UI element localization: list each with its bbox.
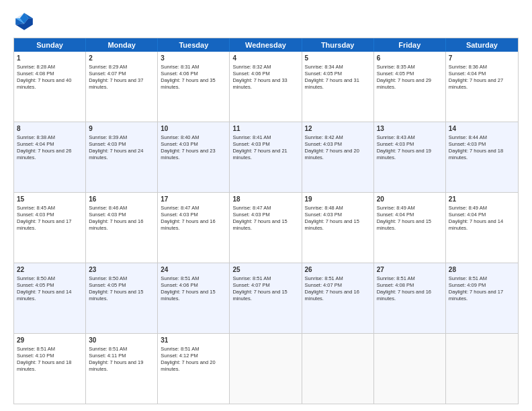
sunrise: Sunrise: 8:31 AM [161, 64, 199, 70]
sunrise: Sunrise: 8:32 AM [232, 64, 271, 70]
sunset: Sunset: 4:03 PM [305, 141, 342, 147]
day-number: 16 [89, 195, 154, 204]
header-day-monday: Monday [86, 38, 158, 52]
empty-cell [302, 334, 374, 404]
day-number: 24 [161, 265, 226, 275]
day-number: 1 [17, 54, 83, 63]
day-number: 25 [232, 265, 298, 275]
sunrise: Sunrise: 8:50 AM [17, 275, 55, 281]
sunrise: Sunrise: 8:42 AM [305, 134, 343, 140]
sunrise: Sunrise: 8:48 AM [305, 205, 343, 211]
day-cell-17: 17Sunrise: 8:47 AMSunset: 4:03 PMDayligh… [158, 193, 230, 263]
sunrise: Sunrise: 8:39 AM [89, 134, 127, 140]
sunrise: Sunrise: 8:44 AM [449, 134, 487, 140]
daylight: Daylight: 7 hours and 15 minutes. [89, 289, 143, 302]
daylight: Daylight: 7 hours and 18 minutes. [449, 148, 503, 161]
sunset: Sunset: 4:09 PM [449, 282, 486, 288]
daylight: Daylight: 7 hours and 14 minutes. [17, 289, 71, 302]
daylight: Daylight: 7 hours and 16 minutes. [89, 218, 143, 231]
day-cell-3: 3Sunrise: 8:31 AMSunset: 4:06 PMDaylight… [158, 52, 230, 122]
daylight: Daylight: 7 hours and 15 minutes. [161, 289, 215, 302]
day-number: 26 [305, 265, 371, 275]
sunrise: Sunrise: 8:51 AM [161, 346, 199, 352]
sunset: Sunset: 4:07 PM [305, 282, 342, 288]
sunset: Sunset: 4:05 PM [17, 282, 54, 288]
sunset: Sunset: 4:08 PM [17, 71, 54, 77]
day-number: 17 [161, 195, 226, 204]
daylight: Daylight: 7 hours and 20 minutes. [305, 148, 359, 161]
day-cell-24: 24Sunrise: 8:51 AMSunset: 4:06 PMDayligh… [158, 263, 230, 333]
sunrise: Sunrise: 8:51 AM [449, 275, 487, 281]
sunrise: Sunrise: 8:51 AM [305, 275, 343, 281]
day-cell-2: 2Sunrise: 8:29 AMSunset: 4:07 PMDaylight… [86, 52, 158, 122]
sunset: Sunset: 4:03 PM [449, 141, 486, 147]
day-cell-12: 12Sunrise: 8:42 AMSunset: 4:03 PMDayligh… [302, 122, 374, 192]
day-cell-4: 4Sunrise: 8:32 AMSunset: 4:06 PMDaylight… [230, 52, 302, 122]
day-cell-7: 7Sunrise: 8:36 AMSunset: 4:04 PMDaylight… [446, 52, 518, 122]
svg-marker-6 [15, 24, 24, 30]
day-cell-18: 18Sunrise: 8:47 AMSunset: 4:03 PMDayligh… [230, 193, 302, 263]
empty-cell [446, 334, 518, 404]
day-cell-5: 5Sunrise: 8:34 AMSunset: 4:05 PMDaylight… [302, 52, 374, 122]
sunrise: Sunrise: 8:43 AM [377, 134, 415, 140]
day-cell-21: 21Sunrise: 8:49 AMSunset: 4:04 PMDayligh… [446, 193, 518, 263]
day-cell-1: 1Sunrise: 8:28 AMSunset: 4:08 PMDaylight… [14, 52, 86, 122]
calendar: SundayMondayTuesdayWednesdayThursdayFrid… [13, 38, 519, 404]
daylight: Daylight: 7 hours and 18 minutes. [17, 359, 71, 372]
day-number: 8 [17, 124, 83, 134]
sunset: Sunset: 4:04 PM [449, 71, 486, 77]
sunset: Sunset: 4:07 PM [89, 71, 126, 77]
sunrise: Sunrise: 8:51 AM [161, 275, 199, 281]
day-number: 30 [89, 336, 154, 345]
sunset: Sunset: 4:12 PM [161, 353, 197, 359]
day-cell-20: 20Sunrise: 8:49 AMSunset: 4:04 PMDayligh… [374, 193, 446, 263]
sunrise: Sunrise: 8:29 AM [89, 64, 127, 70]
day-number: 20 [377, 195, 443, 204]
daylight: Daylight: 7 hours and 15 minutes. [232, 218, 287, 231]
logo [13, 11, 38, 32]
daylight: Daylight: 7 hours and 35 minutes. [161, 77, 215, 90]
sunrise: Sunrise: 8:49 AM [449, 205, 487, 211]
day-cell-31: 31Sunrise: 8:51 AMSunset: 4:12 PMDayligh… [158, 334, 230, 404]
day-cell-13: 13Sunrise: 8:43 AMSunset: 4:03 PMDayligh… [374, 122, 446, 192]
sunrise: Sunrise: 8:51 AM [17, 346, 55, 352]
day-cell-9: 9Sunrise: 8:39 AMSunset: 4:03 PMDaylight… [86, 122, 158, 192]
daylight: Daylight: 7 hours and 19 minutes. [89, 359, 143, 372]
day-cell-6: 6Sunrise: 8:35 AMSunset: 4:05 PMDaylight… [374, 52, 446, 122]
daylight: Daylight: 7 hours and 16 minutes. [377, 289, 431, 302]
sunset: Sunset: 4:05 PM [377, 71, 414, 77]
sunset: Sunset: 4:03 PM [377, 141, 414, 147]
day-number: 3 [161, 54, 226, 63]
header-day-sunday: Sunday [14, 38, 86, 52]
day-number: 5 [305, 54, 371, 63]
sunset: Sunset: 4:03 PM [161, 141, 197, 147]
day-cell-16: 16Sunrise: 8:46 AMSunset: 4:03 PMDayligh… [86, 193, 158, 263]
day-cell-14: 14Sunrise: 8:44 AMSunset: 4:03 PMDayligh… [446, 122, 518, 192]
sunset: Sunset: 4:03 PM [232, 141, 269, 147]
daylight: Daylight: 7 hours and 16 minutes. [305, 289, 359, 302]
empty-cell [230, 334, 302, 404]
daylight: Daylight: 7 hours and 27 minutes. [449, 77, 503, 90]
day-number: 12 [305, 124, 371, 134]
day-cell-15: 15Sunrise: 8:45 AMSunset: 4:03 PMDayligh… [14, 193, 86, 263]
sunset: Sunset: 4:05 PM [305, 71, 342, 77]
sunset: Sunset: 4:06 PM [161, 282, 197, 288]
daylight: Daylight: 7 hours and 15 minutes. [377, 218, 431, 231]
day-number: 22 [17, 265, 83, 275]
day-number: 14 [449, 124, 515, 134]
day-number: 7 [449, 54, 515, 63]
day-number: 19 [305, 195, 371, 204]
header-day-thursday: Thursday [302, 38, 374, 52]
sunset: Sunset: 4:04 PM [377, 212, 414, 218]
sunset: Sunset: 4:03 PM [305, 212, 342, 218]
sunrise: Sunrise: 8:47 AM [232, 205, 271, 211]
day-number: 27 [377, 265, 443, 275]
day-number: 28 [449, 265, 515, 275]
day-number: 21 [449, 195, 515, 204]
daylight: Daylight: 7 hours and 23 minutes. [161, 148, 215, 161]
day-cell-10: 10Sunrise: 8:40 AMSunset: 4:03 PMDayligh… [158, 122, 230, 192]
daylight: Daylight: 7 hours and 19 minutes. [377, 148, 431, 161]
calendar-week-4: 22Sunrise: 8:50 AMSunset: 4:05 PMDayligh… [14, 263, 518, 334]
calendar-week-5: 29Sunrise: 8:51 AMSunset: 4:10 PMDayligh… [14, 334, 518, 404]
sunset: Sunset: 4:06 PM [161, 71, 197, 77]
